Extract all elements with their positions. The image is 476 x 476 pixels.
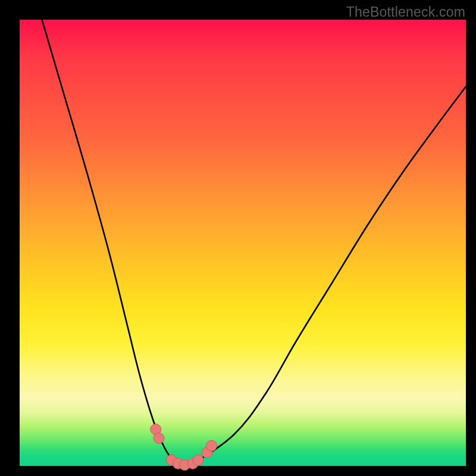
marker-group xyxy=(151,424,217,471)
outer-frame: TheBottleneck.com xyxy=(0,0,476,476)
marker-point xyxy=(154,433,164,444)
bottleneck-curve-path xyxy=(42,20,466,466)
watermark-text: TheBottleneck.com xyxy=(346,4,465,20)
chart-svg xyxy=(20,20,466,466)
marker-point xyxy=(206,440,217,451)
marker-point xyxy=(193,455,203,465)
plot-area xyxy=(20,20,466,466)
